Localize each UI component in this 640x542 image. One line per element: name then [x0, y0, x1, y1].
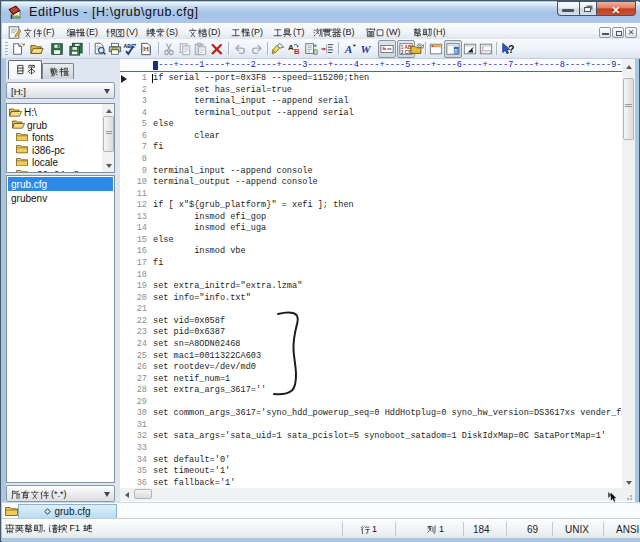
- svg-text:B: B: [294, 47, 300, 56]
- svg-text:A: A: [344, 43, 353, 55]
- svg-text:H: H: [143, 45, 148, 53]
- svg-text:B: B: [454, 48, 458, 54]
- svg-text:W: W: [360, 43, 371, 55]
- svg-text:?: ?: [508, 43, 514, 55]
- svg-text:A: A: [288, 43, 294, 52]
